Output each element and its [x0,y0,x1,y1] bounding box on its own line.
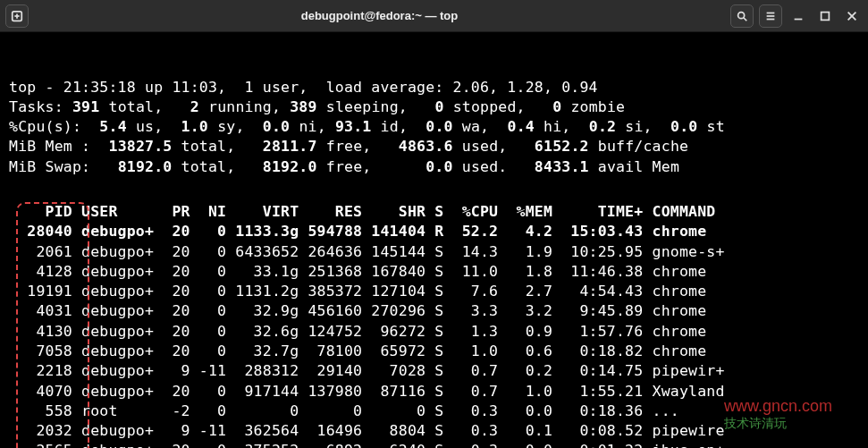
svg-line-4 [744,17,747,21]
top-summary: top - 21:35:18 up 11:03, 1 user, load av… [9,57,859,177]
hamburger-menu-button[interactable] [759,4,782,28]
terminal-output[interactable]: top - 21:35:18 up 11:03, 1 user, load av… [0,32,868,448]
new-tab-button[interactable] [5,4,29,28]
process-row: 2061 debugpo+ 20 0 6433652 264636 145144… [9,242,859,262]
process-row: 7058 debugpo+ 20 0 32.7g 78100 65972 S 1… [9,342,859,361]
svg-rect-9 [822,12,830,20]
cpu-line: %Cpu(s): 5.4 us, 1.0 sy, 0.0 ni, 93.1 id… [9,118,725,135]
titlebar: debugpoint@fedora:~ — top [0,0,868,32]
close-button[interactable] [841,5,863,27]
swap-line: MiB Swap: 8192.0 total, 8192.0 free, 0.0… [9,158,679,175]
process-row: 28040 debugpo+ 20 0 1133.3g 594788 14140… [9,222,859,241]
process-row: 2032 debugpo+ 9 -11 362564 16496 8804 S … [9,421,859,441]
process-table-header: PID USER PR NI VIRT RES SHR S %CPU %MEM … [9,202,734,222]
process-row: 19191 debugpo+ 20 0 1131.2g 385372 12710… [9,282,859,301]
search-button[interactable] [730,4,754,28]
process-row: 2218 debugpo+ 9 -11 288312 29140 7028 S … [9,361,859,381]
maximize-button[interactable] [814,5,836,27]
mem-line: MiB Mem : 13827.5 total, 2811.7 free, 48… [9,138,688,155]
window-title: debugpoint@fedora:~ — top [301,9,459,22]
process-row: 4070 debugpo+ 20 0 917144 137980 87116 S… [9,382,859,402]
process-row: 558 root -2 0 0 0 0 S 0.3 0.0 0:18.36 ..… [9,402,859,421]
svg-point-3 [738,12,745,18]
tasks-line: Tasks: 391 total, 2 running, 389 sleepin… [9,98,625,115]
minimize-button[interactable] [788,5,809,27]
process-row: 2565 debugpo+ 20 0 375252 6892 6240 S 0.… [9,441,859,448]
process-row: 4130 debugpo+ 20 0 32.6g 124752 96272 S … [9,322,859,342]
process-row: 4128 debugpo+ 20 0 33.1g 251368 167840 S… [9,262,859,282]
process-table-body: 28040 debugpo+ 20 0 1133.3g 594788 14140… [9,222,859,448]
process-row: 4031 debugpo+ 20 0 32.9g 456160 270296 S… [9,301,859,321]
uptime-line: top - 21:35:18 up 11:03, 1 user, load av… [9,79,598,96]
